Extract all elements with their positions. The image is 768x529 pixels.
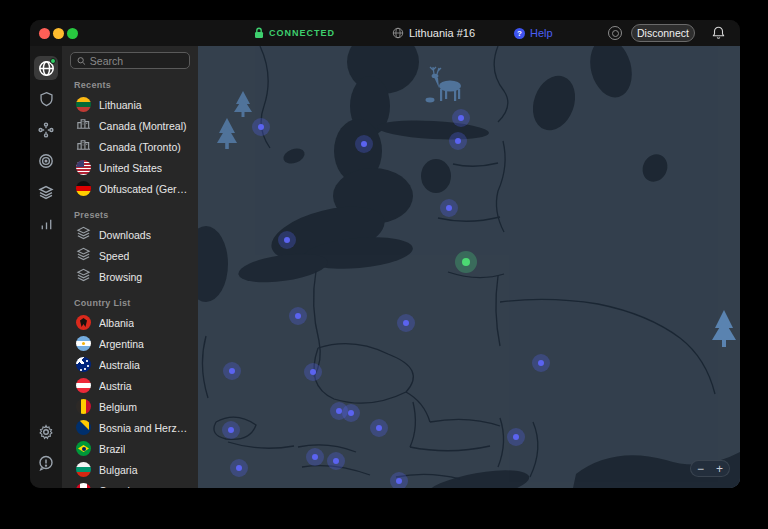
titlebar: CONNECTED Lithuania #16 ? Help Disconnec… xyxy=(30,20,740,46)
recent-item[interactable]: Canada (Montreal) xyxy=(70,115,190,136)
map-view[interactable]: − + xyxy=(198,46,740,488)
country-item-label: Albania xyxy=(99,317,134,329)
map-pin[interactable] xyxy=(289,307,307,325)
country-item-label: Austria xyxy=(99,380,132,392)
country-item[interactable]: Brazil xyxy=(70,438,190,459)
map-pin[interactable] xyxy=(223,362,241,380)
map-zoom-control: − + xyxy=(690,460,730,477)
nav-presets-button[interactable] xyxy=(34,180,58,204)
main-content: Recents Lithuania Canada (Montreal) xyxy=(30,46,740,488)
map-pin[interactable] xyxy=(507,428,525,446)
map-pin[interactable] xyxy=(306,448,324,466)
close-window-button[interactable] xyxy=(39,28,50,39)
map-pin[interactable] xyxy=(397,314,415,332)
map-pin-connected[interactable] xyxy=(455,251,477,273)
nav-dedicated-ip-button[interactable] xyxy=(34,149,58,173)
settings-button[interactable] xyxy=(34,420,58,444)
layers-icon xyxy=(76,267,91,286)
recent-item[interactable]: Obfuscated (Germany) xyxy=(70,178,190,199)
germany-flag-icon xyxy=(76,181,91,196)
bar-chart-icon xyxy=(39,216,54,231)
map-pin[interactable] xyxy=(230,459,248,477)
preset-item[interactable]: Downloads xyxy=(70,224,190,245)
preset-item-label: Speed xyxy=(99,250,129,262)
map-pin[interactable] xyxy=(452,109,470,127)
country-item[interactable]: Bosnia and Herzegovi... xyxy=(70,417,190,438)
bosnia-flag-icon xyxy=(76,420,91,435)
current-server-label: Lithuania #16 xyxy=(409,27,475,39)
help-label: Help xyxy=(530,27,553,39)
map-pin[interactable] xyxy=(252,118,270,136)
country-item[interactable]: Canada xyxy=(70,480,190,488)
nav-rail xyxy=(30,46,62,488)
recent-item[interactable]: Canada (Toronto) xyxy=(70,136,190,157)
disconnect-button[interactable]: Disconnect xyxy=(631,24,695,42)
nav-map-button[interactable] xyxy=(34,56,58,80)
map-pin[interactable] xyxy=(278,231,296,249)
nordvpn-window: CONNECTED Lithuania #16 ? Help Disconnec… xyxy=(30,20,740,488)
recent-item-label: Obfuscated (Germany) xyxy=(99,183,190,195)
map-pin[interactable] xyxy=(342,404,360,422)
map-pin[interactable] xyxy=(449,132,467,150)
country-item-label: Canada xyxy=(99,485,136,489)
zoom-in-button[interactable]: + xyxy=(714,463,725,475)
recent-item[interactable]: United States xyxy=(70,157,190,178)
support-button[interactable] xyxy=(34,451,58,475)
help-button[interactable]: ? Help xyxy=(514,20,553,46)
privacy-visibility-icon[interactable] xyxy=(608,26,622,40)
recent-item[interactable]: Lithuania xyxy=(70,94,190,115)
country-item[interactable]: Austria xyxy=(70,375,190,396)
map-pin[interactable] xyxy=(532,354,550,372)
nav-statistics-button[interactable] xyxy=(34,211,58,235)
map-pin[interactable] xyxy=(222,421,240,439)
nav-meshnet-button[interactable] xyxy=(34,118,58,142)
recents-section-title: Recents xyxy=(74,80,190,90)
map-pin[interactable] xyxy=(390,472,408,488)
maximize-window-button[interactable] xyxy=(67,28,78,39)
layers-icon xyxy=(76,246,91,265)
preset-item-label: Browsing xyxy=(99,271,142,283)
target-circles-icon xyxy=(38,153,54,169)
country-item[interactable]: Bulgaria xyxy=(70,459,190,480)
nav-threat-protection-button[interactable] xyxy=(34,87,58,111)
lithuania-flag-icon xyxy=(76,97,91,112)
map-pin[interactable] xyxy=(370,419,388,437)
notifications-bell-icon[interactable] xyxy=(712,26,725,40)
minimize-window-button[interactable] xyxy=(53,28,64,39)
recent-item-label: Canada (Montreal) xyxy=(99,120,187,132)
search-box[interactable] xyxy=(70,52,190,69)
country-item[interactable]: Albania xyxy=(70,312,190,333)
country-item-label: Australia xyxy=(99,359,140,371)
brazil-flag-icon xyxy=(76,441,91,456)
preset-item[interactable]: Browsing xyxy=(70,266,190,287)
map-pin[interactable] xyxy=(440,199,458,217)
canada-flag-icon xyxy=(76,483,91,488)
belgium-flag-icon xyxy=(76,399,91,414)
country-item-label: Brazil xyxy=(99,443,125,455)
albania-flag-icon xyxy=(76,315,91,330)
layers-icon xyxy=(38,184,54,200)
australia-flag-icon xyxy=(76,357,91,372)
map-pin[interactable] xyxy=(355,135,373,153)
help-question-icon: ? xyxy=(514,28,525,39)
shield-icon xyxy=(39,91,54,107)
sidebar: Recents Lithuania Canada (Montreal) xyxy=(62,46,198,488)
country-item[interactable]: Australia xyxy=(70,354,190,375)
preset-item[interactable]: Speed xyxy=(70,245,190,266)
search-icon xyxy=(77,56,86,66)
map-pin[interactable] xyxy=(327,452,345,470)
meshnet-nodes-icon xyxy=(38,122,54,138)
city-buildings-icon xyxy=(76,116,91,135)
support-bubble-icon xyxy=(38,455,54,471)
search-input[interactable] xyxy=(90,55,183,67)
bulgaria-flag-icon xyxy=(76,462,91,477)
country-list-section-title: Country List xyxy=(74,298,190,308)
rail-connected-dot xyxy=(50,58,56,64)
country-item[interactable]: Argentina xyxy=(70,333,190,354)
map-pins xyxy=(198,46,740,488)
argentina-flag-icon xyxy=(76,336,91,351)
country-item[interactable]: Belgium xyxy=(70,396,190,417)
country-item-label: Argentina xyxy=(99,338,144,350)
map-pin[interactable] xyxy=(304,363,322,381)
zoom-out-button[interactable]: − xyxy=(695,463,706,475)
